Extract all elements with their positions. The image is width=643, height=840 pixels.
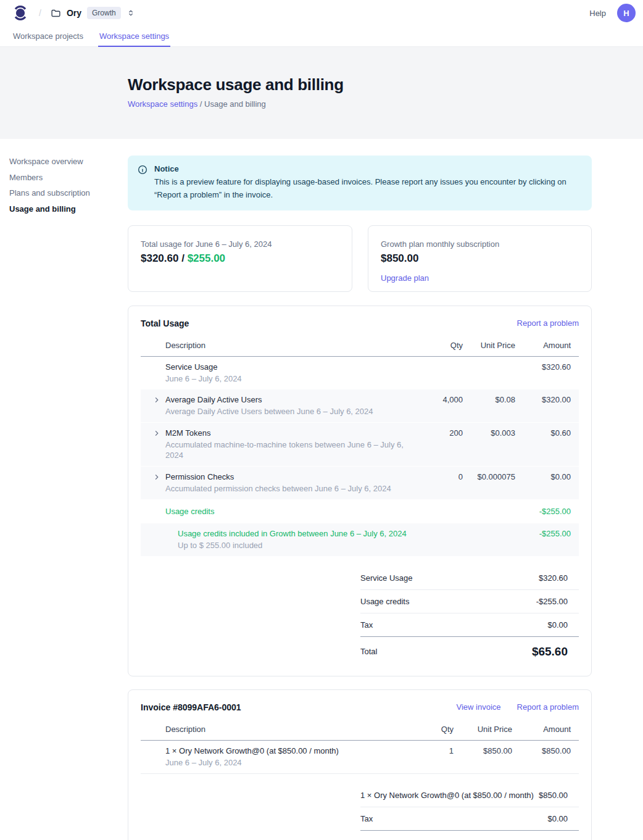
invoice-table-header: Description Qty Unit Price Amount xyxy=(141,725,579,741)
row-description: Up to $ 255.00 included xyxy=(178,540,420,551)
hero-section: Workspace usage and billing Workspace se… xyxy=(0,47,643,139)
column-qty: Qty xyxy=(420,341,463,350)
upgrade-plan-link[interactable]: Upgrade plan xyxy=(381,273,429,283)
summary-label: Service Usage xyxy=(360,573,413,583)
summary-total-value: $65.60 xyxy=(532,645,568,659)
settings-sidebar: Workspace overview Members Plans and sub… xyxy=(0,139,128,220)
cell-amount: $850.00 xyxy=(512,746,571,756)
row-description: Accumulated machine-to-machine tokens be… xyxy=(165,439,420,460)
total-usage-value: $320.60 / $255.00 xyxy=(141,252,339,265)
ory-logo-icon xyxy=(12,4,28,22)
table-row-average-daily-active-users: Average Daily Active Users Average Daily… xyxy=(141,389,579,423)
sidebar-item-members[interactable]: Members xyxy=(9,173,128,181)
selector-icon[interactable] xyxy=(127,9,135,17)
sidebar-item-workspace-overview[interactable]: Workspace overview xyxy=(9,157,128,165)
breadcrumb-separator: / xyxy=(39,8,41,18)
column-description: Description xyxy=(165,341,420,350)
ory-logo[interactable] xyxy=(12,4,28,22)
main-content: Notice This is a preview feature for dis… xyxy=(128,139,592,840)
summary-value: $320.60 xyxy=(539,573,568,583)
invoice-row-growth-plan: 1 × Ory Network Growth@0 (at $850.00 / m… xyxy=(141,741,579,774)
breadcrumb-separator: / xyxy=(200,99,202,109)
row-title: Usage credits included in Growth between… xyxy=(178,528,420,539)
panel-title-total-usage: Total Usage xyxy=(141,318,189,328)
cell-unit-price: $850.00 xyxy=(454,746,512,756)
usage-summary: Service Usage $320.60 Usage credits -$25… xyxy=(360,567,579,663)
summary-row-usage-credits: Usage credits -$255.00 xyxy=(360,590,579,613)
usage-included: $255.00 xyxy=(188,252,225,264)
view-invoice-link[interactable]: View invoice xyxy=(457,702,501,712)
sidebar-item-plans-and-subscription[interactable]: Plans and subscription xyxy=(9,189,128,197)
cell-unit-price: $0.000075 xyxy=(463,472,515,482)
table-row-usage-credits-detail: Usage credits included in Growth between… xyxy=(141,523,579,557)
chevron-right-icon[interactable] xyxy=(153,472,165,481)
column-unit-price: Unit Price xyxy=(454,725,512,734)
table-row-usage-credits: Usage credits -$255.00 xyxy=(141,500,579,523)
summary-label: 1 × Ory Network Growth@0 (at $850.00 / m… xyxy=(360,791,534,800)
tab-workspace-projects[interactable]: Workspace projects xyxy=(12,26,85,47)
cell-amount: -$255.00 xyxy=(515,528,571,539)
tab-bar: Workspace projects Workspace settings xyxy=(0,26,643,47)
plan-subscription-card: Growth plan monthly subscription $850.00… xyxy=(368,225,592,292)
sidebar-item-usage-and-billing[interactable]: Usage and billing xyxy=(9,205,128,213)
notice-body: This is a preview feature for displaying… xyxy=(154,176,580,202)
summary-label: Usage credits xyxy=(360,597,409,606)
summary-value: $0.00 xyxy=(547,620,568,630)
avatar[interactable]: H xyxy=(617,4,636,22)
report-a-problem-link[interactable]: Report a problem xyxy=(517,702,579,712)
invoice-title: Invoice #8099AFA6-0001 xyxy=(141,702,241,712)
workspace-name: Ory xyxy=(67,8,81,18)
row-description: Accumulated permission checks between Ju… xyxy=(165,483,420,494)
invoice-summary: 1 × Ory Network Growth@0 (at $850.00 / m… xyxy=(360,784,579,840)
column-amount: Amount xyxy=(512,725,571,734)
report-a-problem-link[interactable]: Report a problem xyxy=(517,318,579,328)
summary-row-service-usage: Service Usage $320.60 xyxy=(360,567,579,590)
cell-amount: $0.00 xyxy=(515,472,571,482)
summary-value: $850.00 xyxy=(539,791,568,800)
row-description: Average Daily Active Users between June … xyxy=(165,406,420,417)
notice-banner: Notice This is a preview feature for dis… xyxy=(128,156,592,210)
cell-amount: -$255.00 xyxy=(515,506,571,517)
chevron-right-icon[interactable] xyxy=(153,394,165,404)
info-icon xyxy=(138,165,147,202)
row-title: Permission Checks xyxy=(165,472,420,482)
chevron-right-icon[interactable] xyxy=(153,428,165,437)
folder-icon xyxy=(51,8,61,19)
cell-qty: 4,000 xyxy=(420,394,463,405)
summary-row-total: Total $850.00 xyxy=(360,831,579,840)
summary-row-tax: Tax $0.00 xyxy=(360,807,579,831)
table-row-permission-checks: Permission Checks Accumulated permission… xyxy=(141,467,579,500)
help-link[interactable]: Help xyxy=(589,9,606,18)
total-usage-card: Total usage for June 6 – July 6, 2024 $3… xyxy=(128,225,352,292)
row-title: M2M Tokens xyxy=(165,428,420,438)
cell-amount: $320.00 xyxy=(515,394,571,405)
column-unit-price: Unit Price xyxy=(463,341,515,350)
row-title: Usage credits xyxy=(165,506,420,517)
usage-current: $320.60 xyxy=(141,252,178,264)
summary-row-tax: Tax $0.00 xyxy=(360,613,579,637)
cell-unit-price: $0.08 xyxy=(463,394,515,405)
stat-cards: Total usage for June 6 – July 6, 2024 $3… xyxy=(128,225,592,292)
row-title: 1 × Ory Network Growth@0 (at $850.00 / m… xyxy=(165,746,420,756)
breadcrumb-link-workspace-settings[interactable]: Workspace settings xyxy=(128,99,197,109)
topbar-right: Help H xyxy=(589,4,636,22)
summary-row-line-item: 1 × Ory Network Growth@0 (at $850.00 / m… xyxy=(360,784,579,807)
cell-qty: 1 xyxy=(420,746,454,756)
column-description: Description xyxy=(165,725,420,734)
cell-qty: 0 xyxy=(420,472,463,482)
summary-value: -$255.00 xyxy=(536,597,568,606)
summary-label: Tax xyxy=(360,814,373,823)
table-row-m2m-tokens: M2M Tokens Accumulated machine-to-machin… xyxy=(141,423,579,467)
column-qty: Qty xyxy=(420,725,454,734)
plan-badge: Growth xyxy=(87,7,121,19)
cell-amount: $320.60 xyxy=(515,362,571,372)
tab-workspace-settings[interactable]: Workspace settings xyxy=(98,26,170,47)
top-bar: / Ory Growth Help H xyxy=(0,0,643,26)
workspace-switcher[interactable]: Ory Growth xyxy=(51,7,135,19)
summary-value: $0.00 xyxy=(547,814,568,823)
usage-separator: / xyxy=(178,252,187,264)
cell-qty: 200 xyxy=(420,428,463,438)
cell-amount: $0.60 xyxy=(515,428,571,438)
row-period: June 6 – July 6, 2024 xyxy=(165,757,420,768)
notice-title: Notice xyxy=(154,164,580,173)
